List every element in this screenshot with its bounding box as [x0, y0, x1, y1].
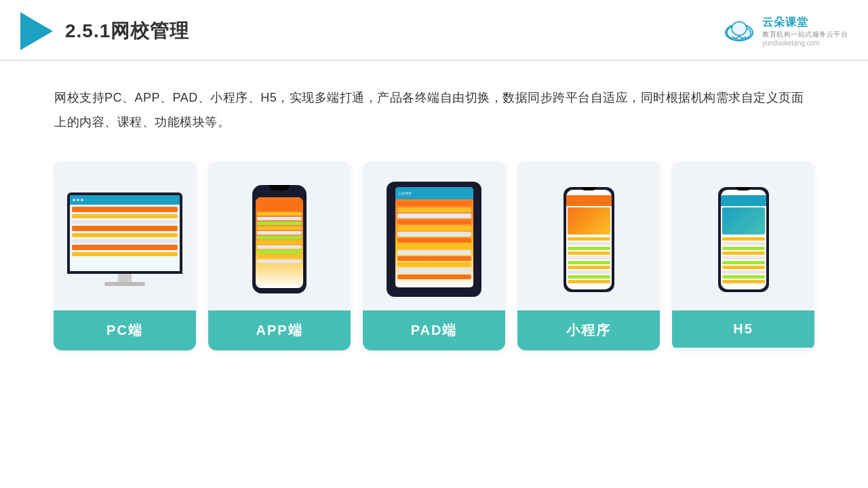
svg-point-3 — [732, 22, 747, 35]
card-h5[interactable]: H5 — [672, 161, 814, 350]
h5-phone-mockup — [718, 187, 769, 292]
card-app-label: APP端 — [208, 310, 351, 350]
card-pad-label: PAD端 — [363, 310, 505, 350]
brand-tagline: 教育机构一站式服务云平台 — [762, 30, 848, 39]
description: 网校支持PC、APP、PAD、小程序、H5，实现多端打通，产品各终端自由切换，数… — [0, 61, 868, 134]
phone-app-mockup — [252, 185, 307, 293]
brand-text-block: 云朵课堂 教育机构一站式服务云平台 yunduoketang.com — [762, 16, 848, 47]
card-pc-image — [54, 161, 196, 310]
card-mini[interactable]: 小程序 — [517, 161, 660, 350]
page-title: 2.5.1网校管理 — [65, 18, 189, 44]
card-h5-image — [672, 161, 814, 310]
card-h5-label: H5 — [672, 310, 814, 348]
header: 2.5.1网校管理 云朵课堂 教育机构一站式服务云平台 yunduoketang… — [0, 0, 868, 61]
card-mini-image — [517, 161, 660, 310]
pc-mockup — [67, 192, 182, 286]
card-app[interactable]: APP端 — [208, 161, 351, 350]
brand-name: 云朵课堂 — [762, 16, 808, 30]
header-left: 2.5.1网校管理 — [20, 12, 189, 50]
cards-container: PC端 — [0, 134, 868, 371]
card-mini-label: 小程序 — [517, 310, 660, 350]
brand-url: yunduoketang.com — [762, 39, 820, 47]
description-text: 网校支持PC、APP、PAD、小程序、H5，实现多端打通，产品各终端自由切换，数… — [54, 85, 814, 134]
card-pc-label: PC端 — [54, 310, 196, 350]
logo-triangle — [20, 12, 53, 50]
cloud-icon — [722, 18, 757, 45]
card-pad-image: 云朵课堂 — [363, 161, 505, 310]
card-app-image — [208, 161, 351, 310]
card-pc[interactable]: PC端 — [54, 161, 196, 350]
brand-logo: 云朵课堂 教育机构一站式服务云平台 yunduoketang.com — [722, 16, 848, 47]
card-pad[interactable]: 云朵课堂 — [363, 161, 505, 350]
mini-phone-mockup — [564, 187, 614, 292]
tablet-mockup: 云朵课堂 — [387, 182, 481, 297]
